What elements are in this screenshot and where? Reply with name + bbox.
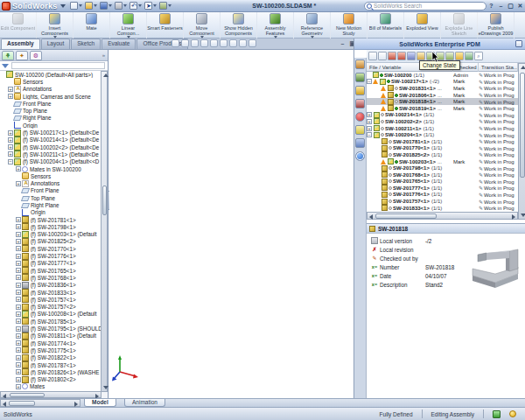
feature-tree-item[interactable]: Sensors (0, 78, 102, 85)
feature-manager-tab[interactable]: ⚙ (30, 51, 42, 60)
pdm-file-row[interactable]: SW-201770<1> (1/1) ✎Work in Prog (367, 145, 525, 152)
pdm-file-row[interactable]: SW-201831<1> ... Mark ✎Work in Prog (367, 85, 525, 92)
feature-tree-item[interactable]: (f) SW-201795<1> (SHOULD (0, 325, 102, 332)
feature-tree-item[interactable]: Right Plane (0, 115, 102, 122)
pdm-tool-button[interactable] (445, 52, 454, 60)
pdm-tool-button[interactable] (378, 52, 387, 60)
scroll-up-arrow-icon[interactable] (103, 74, 108, 77)
expand-toggle-icon[interactable] (8, 94, 13, 99)
task-pane-tab-icon[interactable] (355, 60, 365, 69)
feature-tree-item[interactable]: (f) SW-201787<1> (0, 361, 102, 368)
expand-toggle-icon[interactable] (16, 166, 21, 172)
pdm-file-row[interactable]: SW-201757<1> (1/1) ✎Work in Prog (367, 198, 525, 205)
expand-toggle-icon[interactable] (8, 151, 13, 157)
expand-toggle-icon[interactable] (8, 137, 13, 143)
filter-funnel-icon[interactable] (2, 64, 9, 68)
feature-tree-item[interactable]: Top Plane (0, 194, 102, 201)
expand-toggle-icon[interactable] (8, 130, 13, 136)
feature-tree-item[interactable]: Annotations (0, 179, 102, 186)
pdm-file-row[interactable]: SW-201777<1> (1/1) ✎Work in Prog (367, 185, 525, 192)
bottom-horizontal-scrollbar[interactable] (0, 399, 80, 407)
pdm-tool-button[interactable] (416, 52, 425, 60)
feature-tree-item[interactable]: (f) SW-201825<2> (0, 238, 102, 245)
view-tool-icon[interactable] (191, 39, 199, 47)
dropdown-arrow-icon[interactable] (153, 4, 157, 7)
feature-tree-item[interactable]: (f) SW-100211<1> (Default<De (0, 150, 102, 158)
pdm-file-row[interactable]: SW-201798<1> (1/1) ✎Work in Prog (367, 164, 525, 172)
pdm-file-row[interactable]: SW-100200 (1/1) Admin ✎Work in Prog (367, 72, 525, 79)
expand-toggle-icon[interactable] (16, 224, 21, 229)
feature-manager-tab[interactable]: ⚘ (2, 51, 14, 60)
pdm-file-row[interactable]: SW-201825<2> (1/1) ✎Work in Prog (367, 151, 525, 158)
feature-tree-item[interactable]: (f) SW-201774<1> (0, 340, 102, 346)
ribbon-button[interactable]: Insert Components (37, 12, 74, 38)
pdm-horizontal-scrollbar[interactable] (367, 212, 518, 220)
view-tool-icon[interactable] (172, 39, 179, 47)
feature-tree-item[interactable]: (f) SW-201765<1> (0, 267, 102, 274)
pdm-tool-button[interactable] (397, 52, 406, 60)
pdm-file-row[interactable]: SW-201806<1> ... Mark ✎Work in Prog (367, 92, 525, 99)
scroll-right-arrow-icon[interactable] (512, 214, 515, 220)
ribbon-button[interactable]: Publish eDrawings 2009 File (478, 12, 514, 38)
feature-tree-horizontal-scrollbar[interactable] (0, 391, 102, 398)
task-pane-tab-icon[interactable] (355, 138, 365, 148)
task-pane-tab-icon[interactable] (355, 99, 365, 108)
feature-tree-item[interactable]: Origin (0, 209, 102, 216)
expand-toggle-icon[interactable] (16, 312, 21, 317)
expand-toggle-icon[interactable] (16, 290, 21, 295)
view-tool-icon[interactable] (220, 39, 228, 47)
task-pane-tab-icon[interactable] (355, 86, 365, 95)
help-button[interactable]: ? (486, 3, 496, 9)
command-tab[interactable]: Layout (41, 38, 71, 49)
expand-toggle-icon[interactable] (367, 112, 372, 117)
expand-toggle-icon[interactable] (16, 181, 21, 186)
expand-toggle-icon[interactable] (8, 87, 13, 92)
view-tool-icon[interactable] (229, 39, 237, 47)
feature-tree-item[interactable]: (f) SW-201768<1> (0, 274, 102, 281)
ribbon-button[interactable]: Edit Component (0, 12, 37, 38)
expand-toggle-icon[interactable] (16, 355, 21, 360)
pdm-file-row[interactable]: SW-100214<1> (1/1) ✎Work in Prog (367, 112, 525, 119)
expand-toggle-icon[interactable] (16, 261, 21, 266)
menu-arrow-icon[interactable] (60, 4, 66, 8)
expand-toggle-icon[interactable] (16, 318, 21, 324)
expand-toggle-icon[interactable] (16, 384, 21, 389)
expand-toggle-icon[interactable] (16, 340, 21, 346)
feature-tree-item[interactable]: (f) SW-201826<1> (WASHE (0, 368, 102, 375)
task-pane-tab-icon[interactable] (355, 73, 365, 82)
pdm-file-row[interactable]: SW-201818<1> ... Mark ✎Work in Prog (367, 98, 525, 105)
feature-tree-item[interactable]: Lights, Cameras and Scene (0, 93, 102, 100)
ribbon-button[interactable]: Move Component (184, 12, 220, 38)
quick-access-button[interactable]: ↶ (130, 2, 137, 10)
feature-tree-item[interactable]: (f) SW-201781<1> (0, 216, 102, 223)
quick-access-button[interactable] (85, 2, 93, 10)
ribbon-button[interactable]: Assembly Features (257, 12, 294, 38)
minimize-button[interactable]: – (496, 3, 506, 9)
expand-toggle-icon[interactable] (8, 159, 13, 164)
dropdown-arrow-icon[interactable] (168, 4, 172, 7)
scrollbar-thumb[interactable] (102, 186, 107, 215)
expand-toggle-icon[interactable] (16, 268, 21, 273)
scroll-left-arrow-icon[interactable] (3, 402, 6, 407)
feature-tree-item[interactable]: (f) SW-201833<1> (0, 289, 102, 296)
expand-toggle-icon[interactable] (16, 232, 21, 237)
pdm-tool-button[interactable] (455, 52, 464, 60)
feature-tree-item[interactable]: (f) SW-201757<1> (0, 296, 102, 303)
dropdown-arrow-icon[interactable] (108, 4, 112, 7)
view-tool-icon[interactable] (248, 39, 256, 47)
feature-tree-item[interactable]: (f) SW-201802<2> (0, 375, 102, 382)
scrollbar-thumb[interactable] (9, 401, 35, 406)
expand-toggle-icon[interactable] (16, 239, 21, 244)
expand-toggle-icon[interactable] (16, 347, 21, 353)
feature-tree-item[interactable]: Sensors (0, 172, 102, 179)
scrollbar-thumb[interactable] (10, 393, 45, 397)
feature-tree-item[interactable]: (f) SW-201836<1> (0, 282, 102, 289)
view-tool-icon[interactable] (200, 39, 208, 47)
ribbon-button[interactable]: Smart Fasteners (147, 12, 184, 38)
view-tool-icon[interactable] (210, 39, 218, 47)
scroll-down-arrow-icon[interactable] (103, 386, 108, 389)
expand-toggle-icon[interactable] (16, 254, 21, 259)
feature-tree-item[interactable]: SW-100200 (Default<All parts>) (0, 71, 102, 78)
pdm-tool-button[interactable] (465, 52, 473, 60)
command-tab[interactable]: Assembly (1, 38, 40, 49)
